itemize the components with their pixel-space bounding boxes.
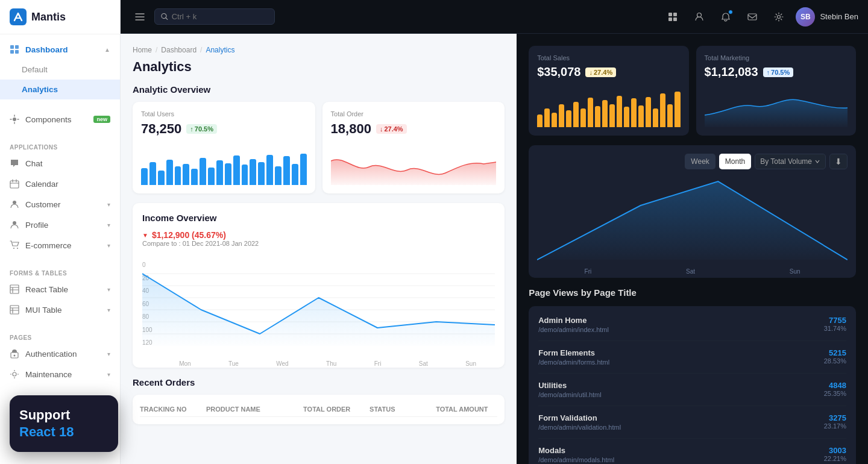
pv-item-4: Modals /demo/admin/modals.html 3003 22.2… [538,439,846,464]
volume-dropdown[interactable]: By Total Volume [755,154,826,169]
search-input[interactable] [172,12,268,21]
grid-button[interactable] [663,7,682,27]
recent-orders-table: TRACKING NO PRODUCT NAME TOTAL ORDER STA… [133,395,505,424]
mantis-logo-icon [10,8,27,25]
sidebar-item-customer[interactable]: Customer ▾ [0,194,120,215]
customer-label: Customer [25,200,61,209]
svg-rect-19 [668,17,672,21]
week-button[interactable]: Week [685,154,715,169]
sidebar-item-components[interactable]: Components new [0,109,120,130]
sidebar-item-calendar[interactable]: Calendar [0,174,120,194]
income-svg-chart [142,262,495,346]
col-total-amount: TOTAL AMOUNT [436,406,497,413]
users-bar-chart [141,143,307,185]
bar-6 [183,164,189,185]
pv-item-2: Utilities /demo/admin/util.html 4848 25.… [538,374,846,406]
sidebar-item-maintenance[interactable]: Maintenance ▾ [0,364,120,384]
income-overview-card: Income Overview $1,12,900 (45.67%) Compa… [133,203,505,368]
react-table-chevron: ▾ [107,286,110,293]
bar-9 [208,168,215,185]
sidebar-item-react-table[interactable]: React Table ▾ [0,279,120,299]
react-table-icon [10,284,19,294]
customer-icon [10,199,19,209]
sidebar: Mantis Dashboard ▲ Default Analytics Com… [0,0,121,464]
mui-table-label: MUI Table [25,306,62,315]
bar-14 [250,159,256,185]
topnav-left [130,7,275,27]
mail-button[interactable] [743,7,762,27]
volume-chevron-icon [814,158,820,165]
ecommerce-label: E-commerce [25,241,72,250]
svg-rect-22 [748,14,756,20]
svg-rect-2 [15,45,19,49]
topnav-right: SB Stebin Ben [663,7,858,27]
download-button[interactable]: ⬇ [829,154,848,169]
settings-button[interactable] [769,7,788,27]
orders-value: 18,800 ↓ 27.4% [331,121,497,137]
components-label: Components [25,115,72,124]
hamburger-button[interactable] [130,7,149,27]
bar-7 [191,169,198,185]
recent-orders-title: Recent Orders [133,377,505,387]
sidebar-item-ecommerce[interactable]: E-commerce ▾ [0,235,120,256]
pv-url-4: /demo/admin/modals.html [538,456,614,463]
pv-count-4: 3003 [824,446,846,455]
sales-bar-chart [537,85,680,127]
users-label: Total Users [141,110,307,118]
sidebar-item-analytics[interactable]: Analytics [0,80,120,99]
svg-point-9 [13,248,14,249]
dark-income-svg [537,175,848,266]
user-name-label: Stebin Ben [820,12,858,21]
bar-4 [166,160,173,185]
dark-stat-cards: Total Sales $35,078 ↓ 27.4% [529,46,856,136]
svg-rect-20 [673,17,677,21]
bar-2 [149,162,156,186]
sidebar-item-authentication[interactable]: Authentication ▾ [0,343,120,364]
orders-badge: ↓ 27.4% [376,124,407,134]
bar-11 [225,163,231,185]
svg-rect-6 [10,181,19,188]
breadcrumb-sep2: / [200,46,202,54]
breadcrumb-home[interactable]: Home [133,46,152,54]
sidebar-item-profile[interactable]: Profile ▾ [0,215,120,235]
bar-19 [292,164,298,185]
sidebar-item-mui-table[interactable]: MUI Table ▾ [0,299,120,320]
sidebar-logo[interactable]: Mantis [0,0,120,34]
pv-url-3: /demo/admin/validation.html [538,424,621,431]
income-header: $1,12,900 (45.67%) Compare to : 01 Dec 2… [142,230,495,254]
pv-url-0: /demo/admin/index.html [538,326,609,333]
maintenance-chevron: ▾ [107,371,110,378]
sidebar-item-chat[interactable]: Chat [0,153,120,174]
notification-button[interactable] [716,7,735,27]
search-box[interactable] [154,8,275,25]
pv-url-2: /demo/admin/util.html [538,391,602,398]
auth-icon [10,349,19,359]
sidebar-item-default[interactable]: Default [0,60,120,80]
react-table-label: React Table [25,285,68,294]
income-value: $1,12,900 (45.67%) [142,230,259,240]
dashboard-chevron: ▲ [104,46,110,53]
orders-label: Total Order [331,110,497,118]
pv-item-3: Form Validation /demo/admin/validation.h… [538,406,846,439]
sidebar-item-dashboard[interactable]: Dashboard ▲ [0,39,120,60]
bar-13 [242,165,248,185]
support-popup[interactable]: Support React 18 [10,395,118,452]
breadcrumb-sep1: / [156,46,157,54]
pv-title-0: Admin Home [538,316,609,325]
user-avatar: SB [796,7,815,27]
breadcrumb-dashboard[interactable]: Dashboard [161,46,197,54]
income-compare: Compare to : 01 Dec 2021-08 Jan 2022 [142,240,259,247]
pv-title-2: Utilities [538,381,602,390]
profile-button[interactable] [690,7,709,27]
user-info[interactable]: SB Stebin Ben [796,7,858,27]
dark-x-labels: Fri Sat Sun [537,268,848,275]
col-product: PRODUCT NAME [206,406,298,413]
stat-cards-row: Total Users 78,250 ↑ 70.5% [133,102,505,193]
breadcrumb: Home / Dashboard / Analytics [133,46,505,54]
calendar-label: Calendar [25,180,58,189]
pv-count-3: 3275 [824,413,846,422]
month-button[interactable]: Month [719,154,751,169]
svg-rect-0 [10,8,27,25]
pv-pct-1: 28.53% [824,357,846,365]
components-badge: new [93,116,110,123]
